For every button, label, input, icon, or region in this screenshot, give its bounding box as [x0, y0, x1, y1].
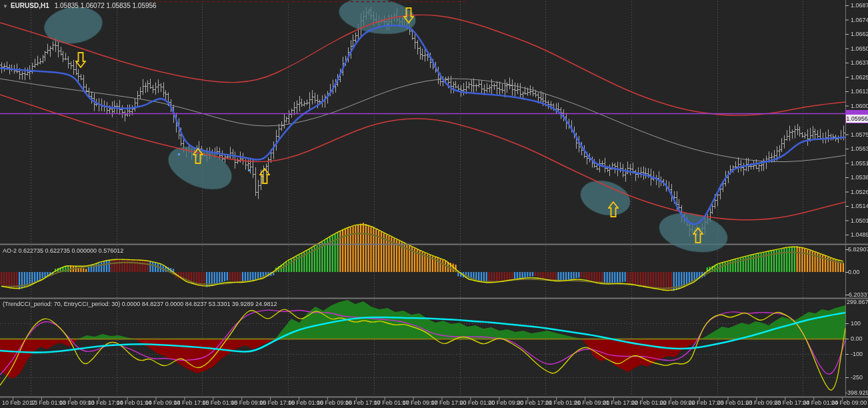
price-tick-label: 1.05385 — [851, 174, 868, 181]
price-tick-label: 1.06870 — [851, 2, 868, 9]
symbol-label: EURUSD,H1 — [11, 2, 49, 9]
price-tick-label: 1.05140 — [851, 203, 868, 209]
price-tick-label: 1.06250 — [851, 74, 868, 81]
ao-indicator-label: AO-2 0.622735 0.622735 0.000000 0.576012 — [3, 247, 123, 254]
price-tick-label: 1.06745 — [851, 17, 868, 23]
down-arrow-icon[interactable] — [403, 7, 414, 26]
up-arrow-icon[interactable] — [193, 148, 203, 167]
ao-axis-zero: 0.00 — [848, 269, 860, 275]
up-arrow-icon[interactable] — [608, 201, 619, 220]
symbol-dropdown-icon[interactable]: ▼ — [3, 3, 8, 9]
entry-marker-dot — [248, 169, 250, 171]
price-tick-label: 1.06005 — [851, 103, 868, 109]
current-price-tag: 1.05956 — [845, 114, 868, 123]
price-tick-label: 1.06130 — [851, 88, 868, 95]
time-tick-label: 24 Feb 09:00 — [831, 399, 867, 406]
entry-marker-dot — [178, 153, 180, 155]
cci-tick-label: -100 — [851, 351, 863, 357]
price-tick-label: 1.05755 — [851, 131, 868, 138]
price-tick-label: 1.06625 — [851, 31, 868, 37]
chart-canvas[interactable] — [0, 0, 868, 408]
cci-indicator-label: (TrendCCI_period: 70, EntryCCI_period: 3… — [3, 301, 277, 307]
cci-axis-max: 299.8674 — [847, 299, 868, 305]
up-arrow-icon[interactable] — [693, 227, 703, 246]
ao-axis-max: 5.829077 — [848, 246, 868, 253]
ohlc-values: 1.05835 1.06072 1.05835 1.05956 — [55, 2, 157, 9]
ao-axis-min: -6.203371 — [847, 291, 868, 298]
price-tick-label: 1.05260 — [851, 189, 868, 195]
price-tick-label: 1.06500 — [851, 45, 868, 52]
cci-axis-min: -398.9299 — [845, 389, 868, 396]
price-tick-label: 1.05510 — [851, 160, 868, 167]
cci-tick-label: 100 — [851, 320, 861, 327]
price-tick-label: 1.05015 — [851, 217, 868, 224]
price-tick-label: 1.05635 — [851, 145, 868, 152]
cci-tick-label: -250 — [851, 374, 863, 381]
chart-title: ▼EURUSD,H11.05835 1.06072 1.05835 1.0595… — [3, 2, 157, 9]
price-tick-label: 1.04890 — [851, 231, 868, 238]
mt4-chart-window: ▼EURUSD,H11.05835 1.06072 1.05835 1.0595… — [0, 0, 868, 408]
up-arrow-icon[interactable] — [259, 168, 270, 187]
cci-tick-label: 0.00 — [851, 335, 863, 342]
down-arrow-icon[interactable] — [75, 52, 86, 71]
price-tick-label: 1.06375 — [851, 59, 868, 66]
